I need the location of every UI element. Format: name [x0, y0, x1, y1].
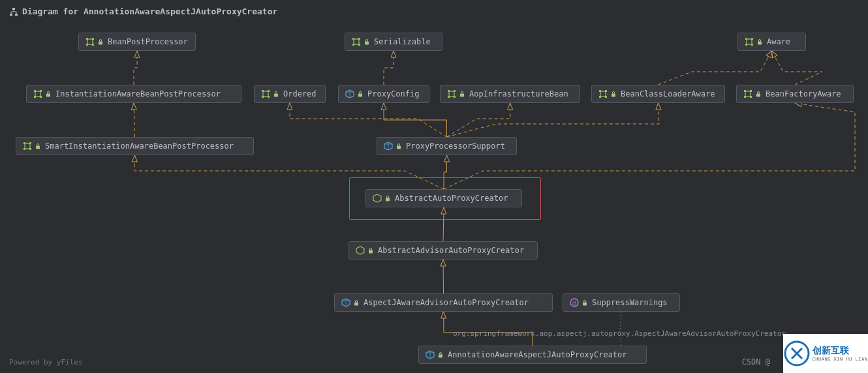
node-label: BeanPostProcessor [108, 37, 188, 46]
svg-rect-59 [386, 198, 390, 201]
interface-icon [23, 142, 32, 151]
svg-rect-57 [36, 146, 40, 149]
lock-icon [364, 38, 370, 45]
svg-rect-42 [605, 90, 607, 92]
svg-rect-28 [262, 90, 264, 92]
node-abstract-advisor-auto-proxy-creator[interactable]: AbstractAdvisorAutoProxyCreator [349, 241, 538, 260]
svg-rect-45 [612, 94, 615, 97]
diagram-canvas[interactable]: BeanPostProcessorSerializableAwareInstan… [0, 0, 868, 373]
svg-rect-47 [744, 90, 746, 92]
svg-text:@: @ [572, 299, 576, 306]
svg-rect-12 [352, 44, 354, 46]
svg-rect-50 [750, 96, 752, 98]
svg-rect-29 [268, 90, 270, 92]
svg-rect-14 [365, 42, 369, 45]
node-aspectj-aware-advisor-auto-proxy-creator[interactable]: AspectJAwareAdvisorAutoProxyCreator [334, 293, 553, 312]
svg-rect-11 [358, 38, 360, 40]
node-bean-factory-aware[interactable]: BeanFactoryAware [736, 85, 854, 103]
svg-rect-9 [354, 39, 359, 44]
svg-rect-24 [34, 96, 36, 98]
svg-rect-20 [758, 42, 762, 45]
node-ordered[interactable]: Ordered [254, 85, 326, 103]
svg-rect-26 [46, 94, 50, 97]
svg-rect-51 [756, 94, 760, 97]
annotation-icon: @ [570, 298, 579, 307]
svg-rect-33 [358, 94, 362, 97]
svg-rect-46 [745, 91, 751, 97]
svg-rect-44 [605, 96, 607, 98]
svg-rect-34 [449, 91, 454, 97]
logo-text: 创新互联 [813, 345, 868, 357]
node-label: Ordered [283, 89, 317, 98]
node-bean-class-loader-aware[interactable]: BeanClassLoaderAware [591, 85, 725, 103]
node-label: BeanClassLoaderAware [621, 89, 715, 98]
node-label: ProxyConfig [367, 89, 419, 98]
node-bean-post-processor[interactable]: BeanPostProcessor [78, 33, 196, 51]
lock-icon [45, 91, 52, 97]
node-annotation-aware-aspectj-auto-proxy-creator[interactable]: AnnotationAwareAspectJAutoProxyCreator [418, 346, 647, 364]
svg-rect-6 [86, 44, 88, 46]
svg-rect-27 [263, 91, 268, 97]
interface-icon [85, 37, 95, 46]
svg-rect-30 [262, 96, 264, 98]
interface-icon [447, 89, 456, 98]
node-label: InstantiationAwareBeanPostProcessor [55, 89, 221, 98]
node-label: BeanFactoryAware [766, 89, 841, 98]
node-proxy-config[interactable]: ProxyConfig [338, 85, 429, 103]
svg-rect-40 [600, 91, 606, 97]
svg-rect-3 [87, 39, 93, 44]
interface-icon [745, 37, 754, 46]
lock-icon [367, 247, 374, 254]
node-smart-instantiation-aware-bpp[interactable]: SmartInstantiationAwareBeanPostProcessor [16, 137, 254, 155]
svg-rect-22 [34, 90, 36, 92]
node-aop-infrastructure-bean[interactable]: AopInfrastructureBean [440, 85, 580, 103]
class-icon [345, 89, 354, 98]
lock-icon [755, 91, 762, 97]
node-label: AbstractAdvisorAutoProxyCreator [378, 246, 524, 255]
lock-icon [459, 91, 465, 97]
node-label: SuppressWarnings [592, 298, 668, 307]
svg-rect-58 [397, 146, 401, 149]
package-label: org.springframework.aop.aspectj.autoprox… [453, 329, 786, 338]
svg-rect-16 [745, 38, 747, 40]
svg-rect-13 [358, 44, 360, 46]
svg-rect-5 [92, 38, 94, 40]
class-icon [341, 298, 350, 307]
svg-rect-25 [40, 96, 42, 98]
lock-icon [97, 38, 104, 45]
svg-rect-54 [29, 142, 31, 144]
node-label: ProxyProcessorSupport [406, 142, 505, 151]
node-serializable[interactable]: Serializable [345, 33, 442, 51]
svg-rect-23 [40, 90, 42, 92]
class-icon [384, 142, 393, 151]
svg-rect-10 [352, 38, 354, 40]
node-label: AbstractAutoProxyCreator [395, 194, 508, 203]
svg-rect-18 [745, 44, 747, 46]
svg-rect-60 [369, 250, 373, 254]
lock-icon [581, 299, 588, 306]
interface-icon [598, 89, 608, 98]
svg-rect-7 [92, 44, 94, 46]
node-aware[interactable]: Aware [737, 33, 806, 51]
node-label: AnnotationAwareAspectJAutoProxyCreator [448, 350, 627, 359]
svg-rect-32 [274, 94, 278, 97]
lock-icon [273, 91, 279, 97]
svg-rect-19 [751, 44, 753, 46]
svg-rect-43 [599, 96, 601, 98]
svg-rect-21 [35, 91, 40, 97]
lock-icon [610, 91, 617, 97]
interface-icon [743, 89, 752, 98]
logo-subtext: CHUANG XIN HU LIAN [813, 357, 868, 362]
node-abstract-auto-proxy-creator[interactable]: AbstractAutoProxyCreator [365, 189, 522, 207]
svg-rect-56 [29, 148, 31, 150]
interface-icon [352, 37, 361, 46]
node-proxy-processor-support[interactable]: ProxyProcessorSupport [377, 137, 517, 155]
svg-rect-53 [23, 142, 25, 144]
svg-rect-41 [599, 90, 601, 92]
svg-rect-39 [460, 94, 464, 97]
node-suppress-warnings[interactable]: @SuppressWarnings [563, 293, 680, 312]
node-instantiation-aware-bpp[interactable]: InstantiationAwareBeanPostProcessor [26, 85, 241, 103]
svg-rect-31 [268, 96, 270, 98]
lock-icon [35, 143, 41, 149]
svg-rect-37 [448, 96, 450, 98]
